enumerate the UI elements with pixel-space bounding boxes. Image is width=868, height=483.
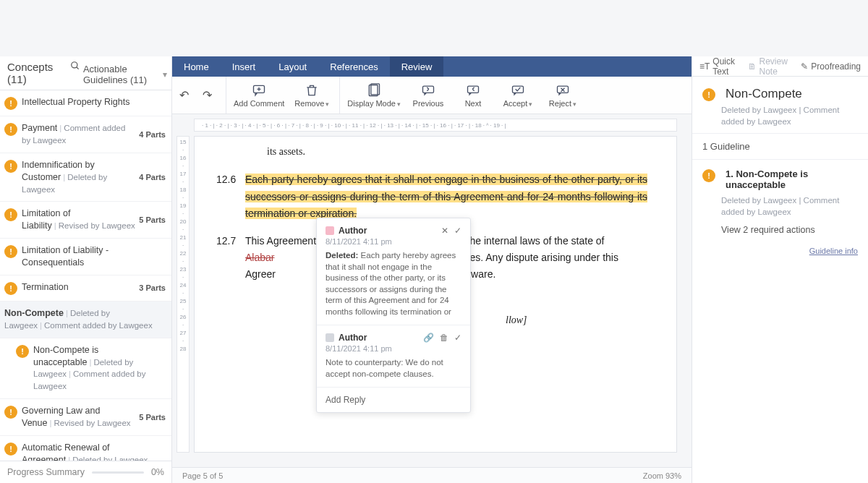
note-icon: 🗎 (748, 61, 757, 72)
right-title: Non-Compete (726, 87, 802, 101)
clause-12-6: 12.6 Each party hereby agrees that it sh… (245, 171, 647, 222)
concept-item[interactable]: ! Automatic Renewal of Agreement|Deleted… (0, 436, 171, 461)
chevron-down-icon[interactable]: ▾ (163, 69, 167, 80)
accept-icon[interactable]: ✓ (454, 333, 461, 343)
accept-icon[interactable]: ✓ (454, 226, 461, 236)
svg-line-1 (77, 67, 79, 69)
comment-popover: Author ✕ ✓ 8/11/2021 4:11 pm Deleted: Ea… (316, 218, 471, 413)
status-dot-icon: ! (16, 345, 29, 358)
parts-badge: 4 Parts (136, 130, 166, 139)
tab-references[interactable]: References (318, 56, 389, 77)
parts-badge: 5 Parts (136, 215, 166, 224)
trash-icon[interactable]: 🗑 (440, 333, 448, 343)
left-sidebar: Concepts (11) Actionable Guidelines (11)… (0, 56, 172, 483)
concept-subitem[interactable]: ! Non-Compete is unacceptable|Deleted by… (0, 338, 171, 400)
tab-home[interactable]: Home (172, 56, 221, 77)
close-icon[interactable]: ✕ (441, 226, 448, 236)
remove-button[interactable]: Remove▾ (294, 83, 329, 108)
comment-body: Deleted: Each party hereby agrees that i… (326, 250, 461, 317)
tab-layout[interactable]: Layout (267, 56, 318, 77)
svg-rect-9 (512, 86, 523, 93)
editor-area: Home Insert Layout References Review ↶ ↷… (172, 56, 692, 483)
guideline-meta: Deleted by Lawgeex | Comment added by La… (721, 195, 858, 218)
comment-author: Author (339, 226, 437, 236)
tab-review[interactable]: Review (390, 56, 444, 77)
concept-item[interactable]: ! Limitation of Liability|Revised by Law… (0, 202, 171, 239)
concept-item-active[interactable]: Non-Compete|Deleted by Lawgeex|Comment a… (0, 302, 171, 338)
comment-author: Author (339, 333, 419, 343)
guideline-title: 1. Non-Compete is unacceptable (726, 168, 858, 190)
status-dot-icon: ! (4, 160, 17, 173)
progress-summary: Progress Summary 0% (0, 461, 171, 483)
tab-bar: Home Insert Layout References Review (172, 56, 692, 77)
concept-title: Termination (22, 282, 69, 292)
vertical-ruler: 15·16·17·18·19·20·21·22·23·24·25·26·27·2… (176, 136, 190, 453)
left-header: Concepts (11) Actionable Guidelines (11)… (0, 56, 171, 90)
concepts-title: Concepts (7, 61, 67, 73)
document-page[interactable]: its assets. 12.6 Each party hereby agree… (194, 136, 677, 453)
concept-title: Limitation of Liability - Consequentials (22, 245, 109, 268)
zoom-status: Zoom 93% (643, 471, 681, 480)
comment-timestamp: 8/11/2021 4:11 pm (326, 237, 461, 246)
right-toolbar: ≡TQuick Text 🗎Review Note ✎Proofreading (692, 56, 868, 77)
status-dot-icon: ! (4, 282, 17, 295)
link-icon[interactable]: 🔗 (423, 333, 434, 343)
previous-button[interactable]: Previous (411, 83, 446, 108)
status-dot-icon: ! (4, 406, 17, 419)
undo-button[interactable]: ↶ (179, 88, 192, 102)
concept-item[interactable]: ! Termination 3 Parts (0, 275, 171, 302)
status-dot-icon: ! (4, 443, 17, 456)
text-icon: ≡T (699, 61, 710, 72)
status-dot-icon: ! (4, 208, 17, 221)
follow-text: llow] (506, 312, 647, 328)
concept-item[interactable]: ! Limitation of Liability - Consequentia… (0, 239, 171, 275)
accept-button[interactable]: Accept▾ (501, 83, 535, 108)
parts-badge: 3 Parts (136, 283, 166, 292)
next-button[interactable]: Next (456, 83, 490, 108)
parts-badge: 4 Parts (136, 173, 166, 181)
concept-item[interactable]: ! Indemnification by Customer|Deleted by… (0, 153, 171, 202)
proofreading-button[interactable]: ✎Proofreading (801, 61, 861, 72)
comment-timestamp: 8/11/2021 4:11 pm (326, 344, 461, 353)
reject-button[interactable]: Reject▾ (545, 83, 580, 108)
status-dot-icon: ! (4, 245, 17, 258)
proof-icon: ✎ (801, 61, 808, 72)
concept-title: Payment (22, 123, 57, 133)
status-dot-icon: ! (4, 97, 17, 110)
redo-button[interactable]: ↷ (203, 88, 216, 102)
author-color-icon (326, 226, 334, 235)
review-note-button[interactable]: 🗎Review Note (748, 56, 793, 77)
guideline-detail: ! 1. Non-Compete is unacceptable Deleted… (692, 160, 868, 264)
document-viewport[interactable]: · 1 · | · 2 · | · 3 · | · 4 · | · 5 · | … (172, 114, 692, 467)
tab-insert[interactable]: Insert (221, 56, 268, 77)
right-meta: Deleted by Lawgeex | Comment added by La… (721, 104, 858, 127)
view-actions-link[interactable]: View 2 required actions (721, 225, 858, 235)
quick-text-button[interactable]: ≡TQuick Text (699, 56, 739, 77)
concept-item[interactable]: ! Payment|Comment added by Lawgeex 4 Par… (0, 116, 171, 153)
display-mode-button[interactable]: Display Mode▾ (347, 83, 401, 108)
progress-label: Progress Summary (7, 467, 85, 477)
comment-body: Note to counterparty: We do not accept n… (326, 357, 461, 380)
concept-item[interactable]: ! Intellectual Property Rights (0, 90, 171, 116)
concept-item[interactable]: ! Governing Law and Venue|Revised by Law… (0, 399, 171, 436)
actionable-guidelines-label[interactable]: Actionable Guidelines (11) (83, 64, 160, 85)
horizontal-ruler: · 1 · | · 2 · | · 3 · | · 4 · | · 5 · | … (194, 119, 677, 132)
concept-title: Non-Compete (4, 308, 64, 318)
status-bar: Page 5 of 5 Zoom 93% (172, 467, 692, 483)
search-icon[interactable] (67, 61, 83, 73)
progress-bar (92, 471, 144, 474)
right-header: ! Non-Compete Deleted by Lawgeex | Comme… (692, 77, 868, 133)
status-dot-icon: ! (4, 123, 17, 136)
concepts-count: (11) (7, 73, 67, 85)
parts-badge: 5 Parts (136, 413, 166, 422)
svg-point-0 (72, 62, 77, 68)
deleted-text: Each party hereby agrees that it shall n… (245, 174, 647, 219)
page-status: Page 5 of 5 (182, 471, 223, 480)
author-color-icon (326, 333, 334, 342)
status-dot-icon: ! (702, 169, 715, 182)
progress-value: 0% (151, 467, 164, 477)
add-reply-button[interactable]: Add Reply (326, 395, 461, 405)
add-comment-button[interactable]: Add Comment (234, 83, 284, 108)
guideline-info-link[interactable]: Guideline info (702, 247, 858, 255)
status-dot-icon: ! (702, 88, 715, 101)
